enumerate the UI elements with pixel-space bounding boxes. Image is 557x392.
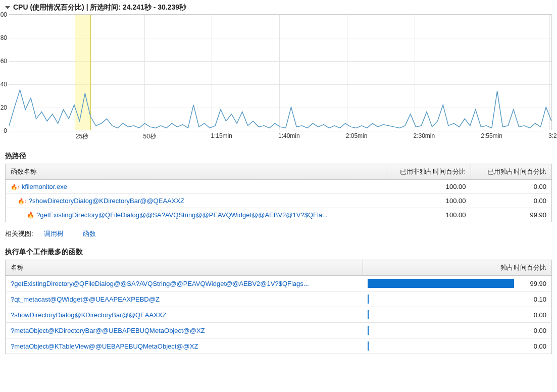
col-inclusive[interactable]: 已用非独占时间百分比: [385, 164, 471, 180]
y-tick: 40: [1, 81, 7, 88]
x-tick: 25秒: [76, 132, 88, 141]
exclusive-percent: 0.10: [522, 296, 546, 303]
x-tick: 1:40min: [278, 132, 300, 139]
y-tick: 80: [1, 34, 7, 41]
y-tick: 20: [1, 104, 7, 111]
col-exclusive-pct[interactable]: 独占时间百分比: [363, 260, 552, 276]
function-link[interactable]: ?getExistingDirectory@QFileDialog@@SA?AV…: [36, 211, 328, 219]
top-function-row[interactable]: ?qt_metacast@QWidget@@UEAAPEAXPEBD@Z0.10: [6, 291, 552, 307]
top-function-row[interactable]: ?metaObject@KTableView@@UEBAPEBUQMetaObj…: [6, 338, 552, 354]
exclusive-percent: 99.90: [522, 280, 546, 287]
related-label: 相关视图:: [5, 230, 33, 237]
y-axis: 020406080100: [0, 15, 9, 130]
function-link[interactable]: ?metaObject@KDirectoryBar@@UEBAPEBUQMeta…: [11, 327, 205, 334]
flame-arrow-icon: 🔥›: [18, 198, 27, 204]
inclusive-value: 100.00: [385, 208, 471, 222]
flame-icon: 🔥: [27, 212, 34, 219]
x-tick: 2:55min: [481, 132, 502, 139]
percent-bar: [368, 341, 369, 351]
hot-path-row[interactable]: 🔥?getExistingDirectory@QFileDialog@@SA?A…: [6, 208, 552, 222]
percent-bar: [368, 326, 369, 335]
exclusive-percent: 0.00: [522, 327, 546, 334]
chart-title: CPU (使用情况百分比) | 所选时间: 24.241秒 - 30.239秒: [13, 3, 186, 12]
related-view-link[interactable]: 函数: [83, 230, 96, 237]
hot-path-row[interactable]: 🔥›kfilemonitor.exe100.000.00: [6, 180, 552, 194]
inclusive-value: 100.00: [385, 194, 471, 208]
exclusive-value: 0.00: [471, 194, 552, 208]
col-function-name[interactable]: 函数名称: [6, 164, 385, 180]
x-tick: 50秒: [143, 132, 156, 141]
hot-path-table: 函数名称 已用非独占时间百分比 已用独占时间百分比 🔥›kfilemonitor…: [5, 164, 552, 222]
function-link[interactable]: ?metaObject@KTableView@@UEBAPEBUQMetaObj…: [11, 342, 198, 350]
function-link[interactable]: ?qt_metacast@QWidget@@UEAAPEAXPEBD@Z: [11, 296, 160, 303]
exclusive-percent: 0.00: [522, 311, 546, 319]
x-tick: 1:15min: [211, 132, 232, 139]
chart-header: CPU (使用情况百分比) | 所选时间: 24.241秒 - 30.239秒: [0, 0, 557, 14]
col-name[interactable]: 名称: [6, 260, 363, 276]
exclusive-percent: 0.00: [522, 342, 546, 350]
percent-bar: [368, 310, 369, 319]
collapse-triangle-icon[interactable]: [5, 6, 10, 9]
cpu-chart[interactable]: 020406080100: [9, 14, 552, 130]
top-function-row[interactable]: ?metaObject@KDirectoryBar@@UEBAPEBUQMeta…: [6, 323, 552, 338]
hot-path-title: 热路径: [5, 152, 552, 161]
y-tick: 60: [1, 58, 7, 65]
inclusive-value: 100.00: [385, 180, 471, 194]
top-function-row[interactable]: ?showDirectoryDialog@KDirectoryBar@@QEAA…: [6, 307, 552, 323]
top-functions-title: 执行单个工作最多的函数: [5, 248, 552, 257]
exclusive-value: 0.00: [471, 180, 552, 194]
y-tick: 0: [4, 127, 7, 134]
function-link[interactable]: kfilemonitor.exe: [22, 183, 67, 190]
y-tick: 100: [0, 11, 7, 18]
function-link[interactable]: ?showDirectoryDialog@KDirectoryBar@@QEAA…: [29, 197, 184, 205]
top-functions-table: 名称 独占时间百分比 ?getExistingDirectory@QFileDi…: [5, 260, 552, 354]
function-link[interactable]: ?getExistingDirectory@QFileDialog@@SA?AV…: [11, 280, 309, 287]
related-views: 相关视图: 调用树函数: [5, 229, 552, 238]
x-tick: 2:30min: [414, 132, 435, 139]
percent-bar: [368, 295, 369, 304]
percent-bar: [368, 279, 514, 288]
cpu-line-series: [9, 15, 551, 130]
x-tick: 3:20m: [548, 132, 557, 139]
related-view-link[interactable]: 调用树: [44, 230, 64, 237]
top-function-row[interactable]: ?getExistingDirectory@QFileDialog@@SA?AV…: [6, 276, 552, 291]
col-exclusive[interactable]: 已用独占时间百分比: [471, 164, 552, 180]
exclusive-value: 99.90: [471, 208, 552, 222]
hot-path-row[interactable]: 🔥›?showDirectoryDialog@KDirectoryBar@@QE…: [6, 194, 552, 208]
flame-arrow-icon: 🔥›: [11, 184, 20, 190]
function-link[interactable]: ?showDirectoryDialog@KDirectoryBar@@QEAA…: [11, 311, 166, 319]
x-tick: 2:05min: [346, 132, 368, 139]
x-axis: 25秒50秒1:15min1:40min2:05min2:30min2:55mi…: [9, 132, 552, 142]
